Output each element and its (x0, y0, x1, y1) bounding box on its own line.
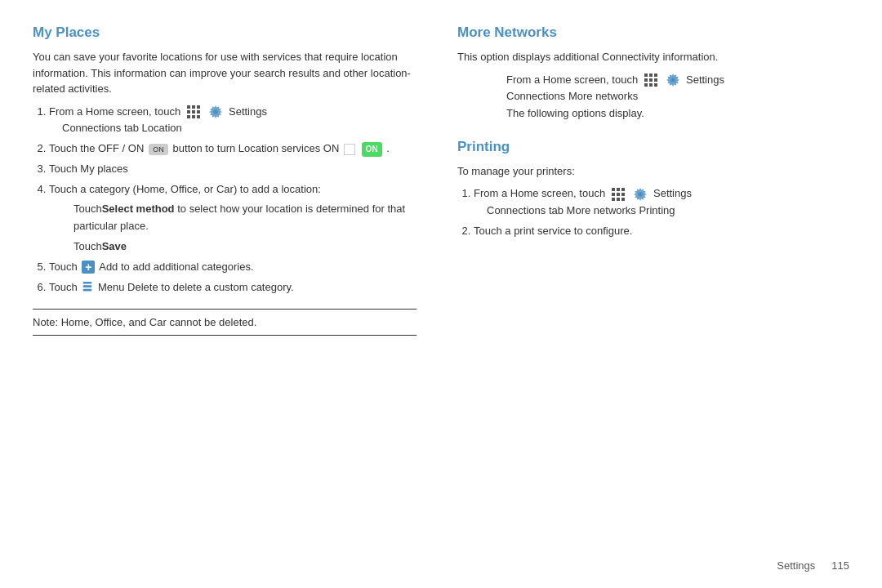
svg-rect-4 (192, 110, 195, 114)
step-6-menu: Menu (98, 281, 125, 293)
print-step1-text: From a Home screen, touch (474, 187, 605, 199)
off-box (344, 144, 355, 155)
step-6: Touch Menu Delete to delete a custom cat… (49, 279, 416, 296)
step-1-text: From a Home screen, touch (49, 105, 180, 118)
settings-gear-icon-3 (633, 187, 648, 202)
svg-rect-25 (621, 188, 625, 191)
sub-step-select: TouchSelect method to select how your lo… (74, 201, 416, 235)
step-1-connections: Connections (62, 122, 121, 134)
more-networks-step1-line3: The following options display. (506, 105, 849, 122)
svg-rect-5 (197, 110, 200, 114)
right-column: More Networks This option displays addit… (441, 24, 849, 572)
step-1-location: Location (142, 122, 182, 134)
grid-icon-2 (644, 73, 658, 87)
print-step-1: From a Home screen, touch (474, 185, 849, 220)
step-2-period: . (386, 142, 390, 154)
svg-rect-2 (197, 105, 200, 109)
step-2-text: Touch the OFF / ON (49, 142, 144, 154)
svg-rect-27 (617, 193, 620, 196)
svg-rect-16 (644, 78, 648, 82)
svg-rect-19 (644, 83, 648, 87)
more-networks-step1-line2: Connections More networks (506, 88, 849, 105)
my-places-steps: From a Home screen, touch (49, 104, 416, 296)
add-icon (82, 261, 95, 274)
left-column: My Places You can save your favorite loc… (33, 24, 441, 572)
svg-rect-0 (187, 105, 190, 109)
svg-rect-8 (197, 115, 200, 118)
svg-rect-7 (192, 115, 195, 118)
svg-rect-29 (612, 198, 615, 201)
printing-section: Printing To manage your printers: From a… (457, 139, 849, 240)
step-6-text: Touch (49, 281, 80, 293)
svg-rect-20 (649, 83, 653, 87)
step-5-add: Add (99, 261, 118, 273)
step-4-text: Touch a category (Home, Office, or Car) … (49, 183, 321, 195)
my-places-title: My Places (33, 24, 416, 41)
svg-rect-11 (83, 286, 92, 288)
svg-rect-1 (192, 105, 195, 109)
more-networks-step1-line1: From a Home screen, touch (506, 72, 849, 89)
my-places-intro: You can save your favorite locations for… (33, 49, 416, 97)
on-badge: ON (362, 142, 382, 157)
settings-gear-icon (208, 105, 223, 119)
sub-step-touch-2: Touch (74, 240, 102, 252)
svg-rect-23 (612, 188, 615, 191)
sub-step-save: TouchSave (74, 238, 416, 256)
more-networks-intro: This option displays additional Connecti… (457, 49, 849, 65)
on-button-icon: ON (149, 144, 168, 155)
step-6-suffix: to delete a custom category. (161, 281, 293, 293)
step-5-text-prefix: Touch (49, 261, 80, 273)
page-number: 115 (831, 559, 849, 572)
svg-rect-3 (187, 110, 190, 114)
grid-icon-3 (611, 187, 626, 202)
step-3-text: Touch My places (49, 163, 128, 175)
step-1-settings: Settings (229, 105, 267, 118)
svg-rect-24 (617, 188, 620, 191)
svg-rect-30 (617, 198, 620, 201)
svg-rect-17 (649, 78, 653, 82)
svg-rect-28 (621, 193, 625, 196)
print-step2-text: Touch a print service to configure. (474, 225, 632, 237)
settings-gear-icon-2 (666, 73, 680, 87)
svg-rect-26 (612, 193, 615, 196)
note-section: Note: Home, Office, and Car cannot be de… (33, 309, 416, 336)
step-4: Touch a category (Home, Office, or Car) … (49, 181, 416, 256)
note-text: Note: Home, Office, and Car cannot be de… (33, 316, 256, 328)
svg-rect-14 (649, 74, 653, 77)
svg-rect-31 (621, 198, 625, 201)
svg-rect-18 (654, 78, 657, 82)
step1-prefix: From a Home screen, touch (506, 74, 638, 86)
svg-rect-10 (83, 282, 92, 284)
step-2: Touch the OFF / ON ON button to turn Loc… (49, 140, 416, 158)
footer-label: Settings (777, 559, 815, 572)
step-6-arrow: Delete (127, 281, 158, 293)
step-5-suffix: to add additional categories. (121, 261, 254, 273)
step-3: Touch My places (49, 161, 416, 178)
printing-title: Printing (457, 139, 849, 155)
print-step1-suffix: Settings (653, 187, 692, 199)
select-method-label: Select method (102, 203, 175, 215)
svg-rect-6 (187, 115, 190, 118)
save-label: Save (102, 240, 127, 252)
svg-rect-21 (654, 83, 657, 87)
printing-steps: From a Home screen, touch (474, 185, 849, 239)
step1-suffix: Settings (686, 74, 724, 86)
step-5: Touch Add to add additional categories. (49, 259, 416, 276)
menu-icon (82, 281, 93, 294)
more-networks-step1: From a Home screen, touch (506, 72, 849, 122)
print-step-2: Touch a print service to configure. (474, 223, 849, 240)
grid-icon (186, 105, 201, 119)
more-networks-label: More networks (568, 90, 638, 102)
sub-step-touch-1: Touch (74, 203, 102, 215)
more-networks-title: More Networks (457, 24, 849, 41)
step-1: From a Home screen, touch (49, 104, 416, 138)
svg-rect-13 (644, 74, 648, 77)
svg-rect-12 (83, 289, 92, 292)
page-footer: Settings 115 (777, 559, 849, 572)
step-2-suffix: button to turn Location services ON (173, 142, 340, 154)
svg-rect-15 (654, 74, 657, 77)
print-step1-line2: Connections tab More networks Printing (487, 204, 675, 216)
step-1-tab: tab (124, 122, 142, 134)
connections-label: Connections (506, 90, 565, 102)
printing-intro: To manage your printers: (457, 163, 849, 180)
